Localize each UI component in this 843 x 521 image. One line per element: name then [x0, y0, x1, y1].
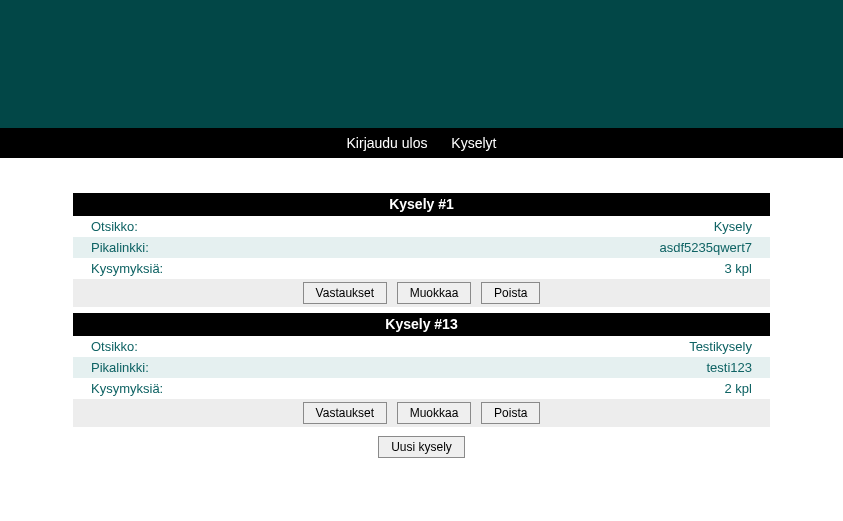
delete-button[interactable]: Poista — [481, 282, 540, 304]
survey-header: Kysely #13 — [73, 313, 770, 336]
survey-actions: Vastaukset Muokkaa Poista — [73, 399, 770, 427]
edit-button[interactable]: Muokkaa — [397, 282, 472, 304]
nav-logout[interactable]: Kirjaudu ulos — [347, 135, 428, 151]
delete-button[interactable]: Poista — [481, 402, 540, 424]
value-questions: 2 kpl — [725, 381, 752, 396]
nav-surveys[interactable]: Kyselyt — [451, 135, 496, 151]
survey-quicklink-row: Pikalinkki: testi123 — [73, 357, 770, 378]
label-quicklink: Pikalinkki: — [91, 240, 149, 255]
nav-bar: Kirjaudu ulos Kyselyt — [0, 128, 843, 158]
new-survey-button[interactable]: Uusi kysely — [378, 436, 465, 458]
survey-quicklink-row: Pikalinkki: asdf5235qwert7 — [73, 237, 770, 258]
responses-button[interactable]: Vastaukset — [303, 282, 387, 304]
edit-button[interactable]: Muokkaa — [397, 402, 472, 424]
survey-actions: Vastaukset Muokkaa Poista — [73, 279, 770, 307]
value-quicklink: asdf5235qwert7 — [659, 240, 752, 255]
label-title: Otsikko: — [91, 339, 138, 354]
survey-title-row: Otsikko: Testikysely — [73, 336, 770, 357]
survey-questions-row: Kysymyksiä: 3 kpl — [73, 258, 770, 279]
header-banner — [0, 0, 843, 128]
label-title: Otsikko: — [91, 219, 138, 234]
value-questions: 3 kpl — [725, 261, 752, 276]
survey-title-row: Otsikko: Kysely — [73, 216, 770, 237]
label-questions: Kysymyksiä: — [91, 381, 163, 396]
value-title: Kysely — [714, 219, 752, 234]
survey-header: Kysely #1 — [73, 193, 770, 216]
value-quicklink: testi123 — [706, 360, 752, 375]
survey-questions-row: Kysymyksiä: 2 kpl — [73, 378, 770, 399]
content: Kysely #1 Otsikko: Kysely Pikalinkki: as… — [73, 193, 770, 461]
new-survey-row: Uusi kysely — [73, 433, 770, 461]
responses-button[interactable]: Vastaukset — [303, 402, 387, 424]
label-questions: Kysymyksiä: — [91, 261, 163, 276]
value-title: Testikysely — [689, 339, 752, 354]
label-quicklink: Pikalinkki: — [91, 360, 149, 375]
